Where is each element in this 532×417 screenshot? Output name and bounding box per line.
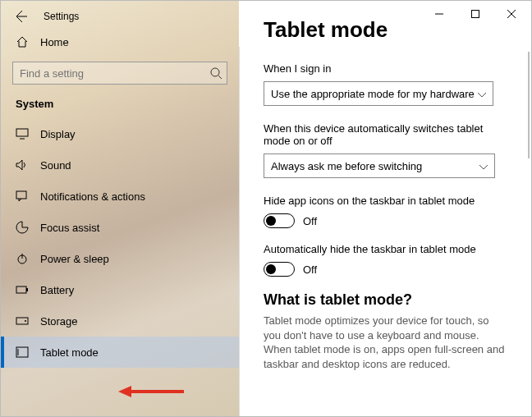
sound-icon — [16, 159, 29, 171]
sidebar-item-display[interactable]: Display — [1, 118, 239, 149]
notifications-icon — [16, 190, 29, 202]
sidebar-item-label: Battery — [40, 284, 74, 296]
svg-rect-12 — [26, 288, 28, 291]
sidebar-section-heading: System — [1, 93, 239, 118]
sidebar-list: Display Sound Notifications & actions Fo… — [1, 118, 239, 368]
storage-icon — [16, 316, 29, 326]
about-heading: What is tablet mode? — [264, 291, 505, 309]
home-icon — [16, 35, 29, 48]
sidebar: Settings Home System Display Sound — [1, 1, 239, 416]
sidebar-item-sound[interactable]: Sound — [1, 149, 239, 181]
sidebar-item-label: Power & sleep — [40, 253, 109, 265]
svg-point-14 — [25, 320, 26, 322]
scrollbar[interactable] — [528, 52, 530, 158]
search-icon — [209, 66, 222, 82]
sidebar-item-power-sleep[interactable]: Power & sleep — [1, 243, 239, 274]
toggle1-label: Hide app icons on the taskbar in tablet … — [264, 195, 505, 207]
sidebar-item-label: Notifications & actions — [40, 190, 145, 203]
svg-rect-6 — [16, 129, 28, 136]
autoswitch-dropdown[interactable]: Always ask me before switching — [264, 154, 495, 178]
autoswitch-value: Always ask me before switching — [271, 160, 422, 172]
svg-rect-11 — [16, 286, 26, 293]
svg-marker-18 — [118, 386, 131, 397]
sidebar-item-label: Sound — [40, 159, 71, 172]
toggle2-label: Automatically hide the taskbar in tablet… — [264, 243, 505, 255]
sidebar-item-notifications[interactable]: Notifications & actions — [1, 181, 239, 212]
sidebar-item-storage[interactable]: Storage — [1, 305, 239, 337]
home-label: Home — [40, 36, 69, 48]
display-icon — [16, 128, 29, 140]
sidebar-item-label: Focus assist — [40, 222, 99, 234]
tablet-mode-icon — [16, 346, 29, 358]
svg-line-5 — [218, 76, 222, 79]
content-pane: Tablet mode When I sign in Use the appro… — [239, 1, 531, 416]
hide-app-icons-toggle[interactable] — [264, 213, 295, 228]
auto-hide-taskbar-toggle[interactable] — [264, 262, 295, 277]
sidebar-item-focus-assist[interactable]: Focus assist — [1, 212, 239, 243]
signin-dropdown[interactable]: Use the appropriate mode for my hardware — [264, 81, 493, 106]
svg-rect-8 — [16, 191, 26, 199]
chevron-down-icon — [478, 88, 486, 100]
about-text: Tablet mode optimizes your device for to… — [264, 314, 505, 371]
page-heading: Tablet mode — [264, 17, 505, 43]
sidebar-item-battery[interactable]: Battery — [1, 274, 239, 305]
window-title: Settings — [44, 11, 79, 22]
power-icon — [16, 252, 29, 265]
signin-label: When I sign in — [264, 62, 505, 75]
autoswitch-label: When this device automatically switches … — [264, 122, 502, 147]
sidebar-item-label: Storage — [40, 315, 78, 328]
battery-icon — [16, 285, 29, 295]
search-box[interactable] — [12, 62, 227, 85]
settings-window: Settings Home System Display Sound — [0, 0, 532, 417]
sidebar-item-tablet-mode[interactable]: Tablet mode — [1, 337, 239, 368]
sidebar-home[interactable]: Home — [1, 25, 239, 58]
annotation-arrow — [118, 383, 184, 400]
back-icon[interactable] — [12, 9, 27, 24]
toggle1-value: Off — [303, 215, 317, 227]
focus-assist-icon — [16, 221, 29, 234]
toggle2-value: Off — [303, 263, 317, 276]
signin-value: Use the appropriate mode for my hardware — [271, 88, 475, 100]
sidebar-item-label: Display — [40, 128, 76, 140]
search-input[interactable] — [12, 62, 227, 85]
svg-point-4 — [211, 68, 219, 76]
sidebar-item-label: Tablet mode — [40, 346, 99, 359]
chevron-down-icon — [479, 160, 488, 172]
